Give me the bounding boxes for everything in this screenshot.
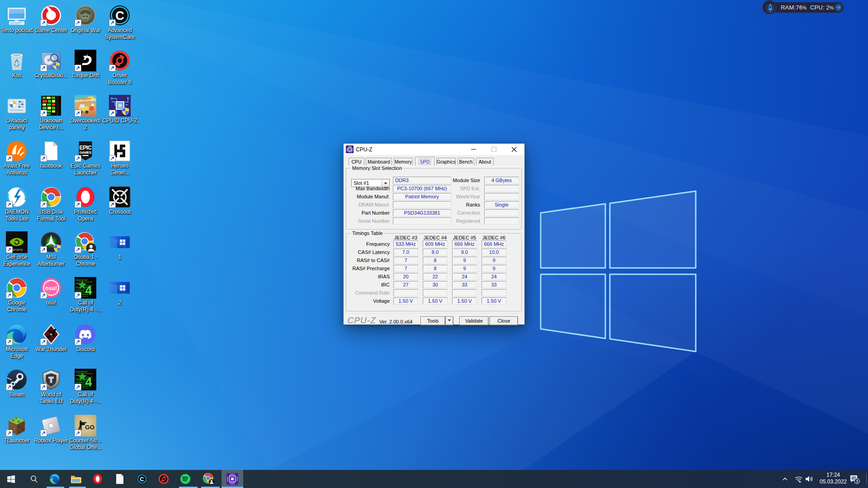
- svg-text:4: 4: [85, 375, 92, 389]
- svg-text:osu!: osu!: [45, 285, 57, 291]
- svg-text:C: C: [140, 476, 144, 483]
- svg-text:GAMES: GAMES: [80, 150, 91, 155]
- svg-text:4: 4: [85, 284, 92, 297]
- svg-text:3: 3: [856, 479, 858, 483]
- svg-text:GO: GO: [85, 424, 94, 431]
- svg-text:EPIC: EPIC: [79, 145, 92, 151]
- svg-text:C: C: [115, 9, 124, 23]
